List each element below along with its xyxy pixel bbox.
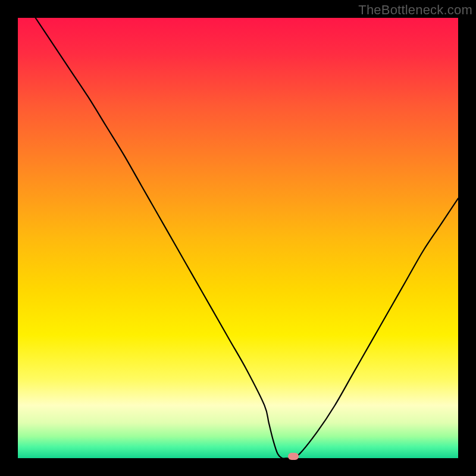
chart-frame: TheBottleneck.com	[0, 0, 476, 476]
watermark-text: TheBottleneck.com	[358, 2, 472, 18]
plot-area	[18, 18, 458, 458]
bottleneck-curve	[18, 18, 458, 458]
optimal-marker	[288, 453, 299, 460]
